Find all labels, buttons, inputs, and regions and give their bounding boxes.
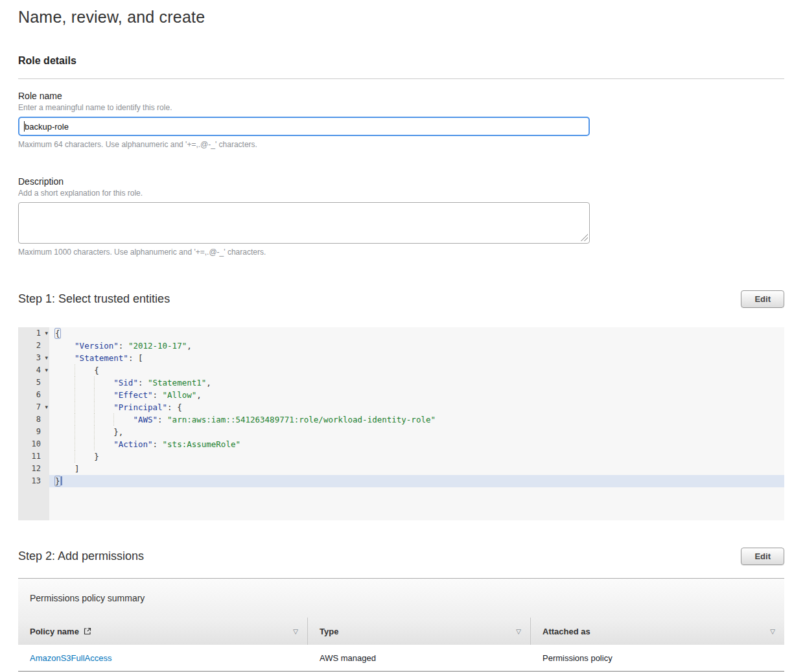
text-caret — [24, 121, 25, 132]
panel-title: Permissions policy summary — [30, 593, 145, 603]
step2-heading: Step 2: Add permissions — [18, 550, 144, 563]
step1-header: Step 1: Select trusted entities Edit — [18, 290, 784, 308]
trust-policy-editor[interactable]: 1▾{2"Version": "2012-10-17",3▾"Statement… — [18, 327, 784, 520]
fold-arrow-icon[interactable]: ▾ — [45, 327, 48, 340]
code-line-6[interactable]: 6"Effect": "Allow", — [18, 389, 784, 401]
sort-filter-icon[interactable]: ▽ — [770, 628, 775, 635]
step2-edit-button[interactable]: Edit — [741, 548, 784, 565]
description-textarea[interactable] — [18, 202, 590, 244]
line-number: 8 — [18, 413, 49, 426]
description-help: Add a short explanation for this role. — [18, 189, 784, 198]
code-line-5[interactable]: 5"Sid": "Statement1", — [18, 377, 784, 389]
role-details-heading: Role details — [18, 55, 784, 67]
table-row: AmazonS3FullAccessAWS managedPermissions… — [18, 645, 784, 672]
permissions-policy-summary-panel: Permissions policy summary Policy name▽T… — [18, 578, 784, 672]
main-content: Name, review, and create Role details Ro… — [18, 8, 784, 672]
step1-heading: Step 1: Select trusted entities — [18, 292, 170, 306]
step2-header: Step 2: Add permissions Edit — [18, 548, 784, 565]
policy-table-header: Policy name▽Type▽Attached as▽ — [18, 618, 784, 645]
page-title: Name, review, and create — [18, 8, 784, 27]
line-number: 1▾ — [18, 327, 49, 340]
editor-caret — [61, 476, 62, 485]
description-label: Description — [18, 176, 784, 187]
external-link-icon — [84, 627, 91, 635]
column-header-policy-name: Policy name▽ — [18, 618, 308, 645]
code-line-7[interactable]: 7▾"Principal": { — [18, 401, 784, 413]
code-line-9[interactable]: 9}, — [18, 426, 784, 438]
role-name-field: Role name Enter a meaningful name to ide… — [18, 91, 784, 149]
sort-filter-icon[interactable]: ▽ — [516, 628, 521, 635]
line-number: 10 — [18, 438, 49, 450]
cell-text: AWS managed — [320, 653, 376, 663]
description-field: Description Add a short explanation for … — [18, 176, 784, 257]
line-number: 11 — [18, 450, 49, 463]
role-name-help: Enter a meaningful name to identify this… — [18, 103, 784, 112]
fold-arrow-icon[interactable]: ▾ — [45, 352, 48, 364]
code-line-10[interactable]: 10"Action": "sts:AssumeRole" — [18, 438, 784, 450]
fold-arrow-icon[interactable]: ▾ — [45, 364, 48, 377]
code-line-1[interactable]: 1▾{ — [18, 327, 784, 340]
code-line-8[interactable]: 8"AWS": "arn:aws:iam::541263489771:role/… — [18, 413, 784, 426]
line-number: 6 — [18, 389, 49, 401]
line-number: 7▾ — [18, 401, 49, 413]
role-name-constraint: Maximum 64 characters. Use alphanumeric … — [18, 140, 784, 149]
role-name-label: Role name — [18, 91, 784, 101]
line-number: 3▾ — [18, 352, 49, 364]
policy-table-body: AmazonS3FullAccessAWS managedPermissions… — [18, 645, 784, 672]
section-divider — [18, 78, 784, 79]
line-number: 9 — [18, 426, 49, 438]
policy-name-link[interactable]: AmazonS3FullAccess — [30, 653, 111, 663]
code-line-3[interactable]: 3▾"Statement": [ — [18, 352, 784, 364]
column-header-type: Type▽ — [308, 618, 531, 645]
line-number: 4▾ — [18, 364, 49, 377]
code-line-13[interactable]: 13} — [18, 475, 784, 487]
step1-edit-button[interactable]: Edit — [741, 290, 784, 308]
cell-text: Permissions policy — [542, 653, 612, 663]
code-editor-lines: 1▾{2"Version": "2012-10-17",3▾"Statement… — [18, 327, 784, 487]
code-line-2[interactable]: 2"Version": "2012-10-17", — [18, 340, 784, 352]
code-line-4[interactable]: 4▾{ — [18, 364, 784, 377]
line-number: 2 — [18, 340, 49, 352]
description-constraint: Maximum 1000 characters. Use alphanumeri… — [18, 248, 784, 257]
line-number: 5 — [18, 377, 49, 389]
column-header-attached-as: Attached as▽ — [531, 618, 784, 645]
code-line-12[interactable]: 12] — [18, 463, 784, 475]
resize-handle-icon[interactable] — [581, 234, 588, 241]
panel-header: Permissions policy summary — [18, 579, 784, 618]
sort-filter-icon[interactable]: ▽ — [293, 628, 298, 635]
code-line-11[interactable]: 11} — [18, 450, 784, 463]
line-number: 13 — [18, 475, 49, 487]
line-number: 12 — [18, 463, 49, 475]
role-name-input[interactable] — [18, 117, 590, 136]
fold-arrow-icon[interactable]: ▾ — [45, 401, 48, 413]
